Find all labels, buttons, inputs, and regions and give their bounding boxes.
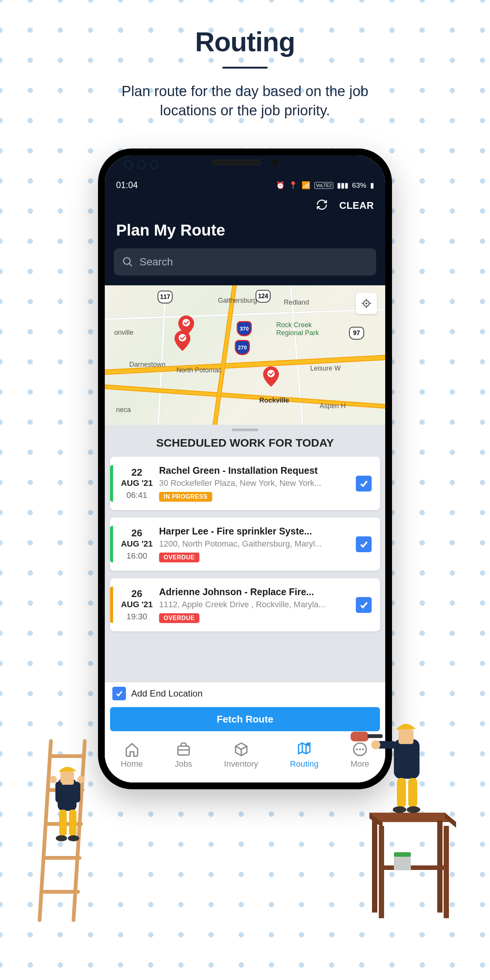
- svg-point-38: [179, 334, 186, 342]
- svg-point-12: [77, 776, 85, 783]
- illustration-worker-ladder: [32, 726, 115, 923]
- svg-point-11: [49, 776, 57, 783]
- job-list[interactable]: 22 AUG '21 06:41 Rachel Green - Installa…: [105, 457, 385, 682]
- job-date: 26 AUG '21 16:00: [115, 527, 159, 561]
- map-view[interactable]: Gaithersburg Redland Rock Creek Regional…: [105, 285, 385, 425]
- svg-rect-30: [398, 729, 414, 744]
- svg-rect-22: [372, 820, 377, 913]
- clear-button[interactable]: CLEAR: [339, 200, 374, 212]
- refresh-icon[interactable]: [316, 199, 328, 212]
- map-pin-icon[interactable]: [263, 366, 279, 387]
- svg-point-36: [407, 806, 420, 813]
- job-address: 1200, North Potomac, Gaithersburg, Maryl…: [159, 539, 349, 549]
- phone-frame: 01:04 ⏰ 📍 📶 VoLTE2 ▮▮▮ 63% ▮ CLEAR Plan …: [98, 148, 392, 789]
- svg-point-39: [267, 370, 275, 377]
- svg-point-32: [371, 740, 380, 749]
- map-label: North Potomac: [177, 366, 222, 374]
- job-card[interactable]: 22 AUG '21 06:41 Rachel Green - Installa…: [110, 457, 380, 510]
- fetch-route-button[interactable]: Fetch Route: [110, 707, 380, 731]
- nav-inventory[interactable]: Inventory: [224, 742, 258, 769]
- job-details: Rachel Green - Installation Request 30 R…: [159, 465, 349, 502]
- map-label: onville: [114, 329, 134, 337]
- map-label: Gaithersburg: [218, 297, 257, 305]
- work-section-title: SCHEDULED WORK FOR TODAY: [105, 436, 385, 449]
- job-address: 1112, Apple Creek Drive , Rockville, Mar…: [159, 600, 349, 609]
- heading-section: Routing Plan route for the day based on …: [0, 0, 490, 121]
- work-section: SCHEDULED WORK FOR TODAY 22 AUG '21 06:4…: [105, 425, 385, 783]
- map-label: Darnestown: [129, 361, 165, 369]
- svg-rect-21: [444, 826, 449, 918]
- search-placeholder: Search: [140, 256, 173, 268]
- job-status-badge: IN PROGRESS: [159, 492, 212, 502]
- svg-rect-28: [368, 734, 383, 738]
- map-label: Rockville: [259, 396, 289, 404]
- svg-rect-27: [350, 732, 369, 741]
- job-title: Harper Lee - Fire sprinkler Syste...: [159, 526, 349, 537]
- map-label: neca: [116, 406, 131, 414]
- add-end-label: Add End Location: [131, 688, 202, 699]
- svg-rect-29: [394, 739, 420, 779]
- svg-rect-24: [381, 865, 447, 870]
- svg-rect-10: [73, 782, 80, 802]
- add-end-checkbox[interactable]: [112, 687, 126, 700]
- add-end-location-row[interactable]: Add End Location: [105, 682, 385, 705]
- heading-underline: [223, 67, 267, 68]
- svg-point-37: [183, 319, 190, 326]
- svg-point-16: [68, 835, 79, 841]
- job-strip: [110, 465, 113, 502]
- svg-marker-17: [369, 813, 456, 822]
- map-label: Leisure W: [310, 364, 341, 372]
- nav-routing[interactable]: Routing: [290, 742, 318, 769]
- svg-point-35: [393, 806, 406, 813]
- svg-rect-34: [408, 778, 417, 807]
- nav-home[interactable]: Home: [121, 742, 143, 769]
- map-label: Redland: [284, 299, 309, 306]
- phone-sensors: [124, 161, 158, 169]
- map-label: Aspen H: [320, 402, 346, 410]
- job-date: 22 AUG '21 06:41: [115, 467, 159, 500]
- job-details: Harper Lee - Fire sprinkler Syste... 120…: [159, 526, 349, 562]
- lte-icon: VoLTE2: [314, 182, 333, 189]
- svg-rect-14: [69, 810, 76, 836]
- svg-rect-13: [59, 810, 67, 836]
- highway-badge: 97: [349, 327, 364, 340]
- locate-me-button[interactable]: [356, 293, 377, 314]
- app-header: 01:04 ⏰ 📍 📶 VoLTE2 ▮▮▮ 63% ▮ CLEAR Plan …: [105, 155, 385, 285]
- battery-text: 63%: [352, 181, 366, 189]
- svg-rect-26: [394, 852, 411, 857]
- battery-icon: ▮: [370, 181, 374, 189]
- job-checkbox[interactable]: [356, 536, 372, 552]
- phone-speaker: [212, 159, 278, 166]
- page-heading: Routing: [0, 26, 490, 57]
- job-status-badge: OVERDUE: [159, 613, 199, 623]
- bottom-nav: Home Jobs Inventory Routing: [105, 737, 385, 783]
- interstate-badge: 370: [237, 321, 252, 336]
- job-details: Adrienne Johnson - Replace Fire... 1112,…: [159, 587, 349, 623]
- wifi-icon: 📶: [302, 181, 310, 189]
- highway-badge: 124: [256, 290, 270, 303]
- job-address: 30 Rockefeller Plaza, New York, New York…: [159, 478, 349, 488]
- bottom-area: Add End Location Fetch Route Home Jobs I…: [105, 682, 385, 783]
- job-date: 26 AUG '21 19:30: [115, 588, 159, 622]
- status-indicators: ⏰ 📍 📶 VoLTE2 ▮▮▮ 63% ▮: [276, 181, 374, 189]
- app-toolbar: CLEAR: [105, 197, 385, 216]
- alarm-icon: ⏰: [276, 181, 285, 189]
- job-card[interactable]: 26 AUG '21 19:30 Adrienne Johnson - Repl…: [110, 578, 380, 632]
- job-checkbox[interactable]: [356, 476, 372, 492]
- svg-point-41: [366, 303, 368, 305]
- job-strip: [110, 587, 113, 623]
- map-pin-icon[interactable]: [175, 331, 190, 351]
- location-icon: 📍: [289, 181, 298, 189]
- search-icon: [122, 256, 134, 267]
- sheet-drag-handle[interactable]: [232, 429, 258, 431]
- svg-rect-8: [60, 771, 74, 785]
- signal-icon: ▮▮▮: [337, 181, 348, 189]
- search-input[interactable]: Search: [114, 248, 376, 275]
- status-bar: 01:04 ⏰ 📍 📶 VoLTE2 ▮▮▮ 63% ▮: [105, 178, 385, 197]
- nav-jobs[interactable]: Jobs: [175, 742, 192, 769]
- svg-rect-20: [379, 826, 384, 918]
- job-title: Adrienne Johnson - Replace Fire...: [159, 587, 349, 597]
- svg-point-15: [56, 835, 67, 841]
- job-card[interactable]: 26 AUG '21 16:00 Harper Lee - Fire sprin…: [110, 517, 380, 571]
- job-checkbox[interactable]: [356, 597, 372, 613]
